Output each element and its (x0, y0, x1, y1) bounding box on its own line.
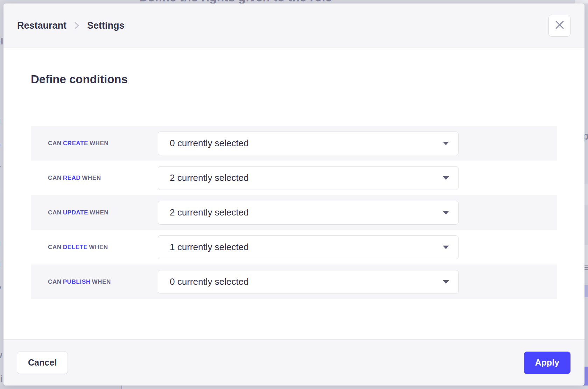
conditions-select-read[interactable]: 2 currently selected (158, 166, 458, 190)
modal-footer: Cancel Apply (4, 339, 584, 386)
modal-body: Define conditions CANCREATEWHEN 0 curren… (4, 48, 584, 339)
condition-row-update: CANUPDATEWHEN 2 currently selected (31, 195, 557, 230)
screen: Define the rights given to the role ol g… (0, 0, 588, 389)
label-action: DELETE (63, 244, 88, 250)
page-title: Define conditions (31, 72, 557, 86)
condition-label: CANDELETEWHEN (48, 244, 158, 251)
condition-row-delete: CANDELETEWHEN 1 currently selected (31, 230, 557, 264)
label-suffix: WHEN (90, 209, 108, 216)
condition-label: CANCREATEWHEN (48, 140, 158, 147)
select-value: 0 currently selected (170, 276, 248, 287)
background-text-fragment: g (0, 115, 1, 126)
background-divider (121, 386, 122, 389)
label-suffix: WHEN (89, 244, 108, 250)
condition-label: CANUPDATEWHEN (48, 209, 158, 216)
label-action: UPDATE (63, 209, 88, 216)
define-conditions-modal: Restaurant Settings Define conditions CA… (4, 3, 584, 386)
breadcrumb-item-restaurant: Restaurant (17, 20, 66, 31)
conditions-list: CANCREATEWHEN 0 currently selected CANRE… (31, 126, 557, 299)
breadcrumb-item-settings: Settings (87, 20, 125, 31)
background-left-edge: ol g o T e r u ti P e w ai (0, 0, 4, 389)
conditions-select-update[interactable]: 2 currently selected (158, 201, 458, 225)
chevron-down-icon (443, 142, 449, 145)
background-text-fragment: ol (0, 36, 3, 47)
select-value: 2 currently selected (170, 207, 248, 218)
background-text-fragment: T (0, 164, 1, 175)
background-right-edge: p ≡ (584, 0, 588, 389)
breadcrumb: Restaurant Settings (17, 20, 125, 31)
label-suffix: WHEN (90, 140, 108, 147)
label-prefix: CAN (48, 278, 62, 285)
apply-button[interactable]: Apply (524, 352, 570, 374)
background-text-fragment: o (0, 139, 1, 150)
conditions-select-create[interactable]: 0 currently selected (158, 132, 458, 155)
chevron-right-icon (74, 21, 79, 30)
chevron-down-icon (443, 246, 449, 249)
divider (31, 108, 557, 108)
select-value: 1 currently selected (170, 242, 248, 253)
label-prefix: CAN (48, 244, 62, 250)
condition-label: CANREADWHEN (48, 175, 158, 182)
conditions-select-publish[interactable]: 0 currently selected (158, 270, 458, 294)
background-band (0, 386, 121, 389)
condition-label: CANPUBLISHWHEN (48, 278, 158, 285)
select-value: 0 currently selected (170, 138, 248, 149)
chevron-down-icon (443, 176, 449, 180)
background-text-fragment: p (584, 130, 588, 142)
background-text-fragment: ≡ (584, 262, 588, 274)
background-text-fragment: P (0, 283, 1, 294)
background-band (584, 285, 588, 297)
background-text-fragment: u (0, 238, 1, 249)
label-prefix: CAN (48, 175, 62, 181)
close-button[interactable] (548, 15, 570, 37)
chevron-down-icon (443, 211, 449, 214)
condition-row-publish: CANPUBLISHWHEN 0 currently selected (31, 264, 557, 299)
label-suffix: WHEN (82, 175, 101, 181)
condition-row-create: CANCREATEWHEN 0 currently selected (31, 126, 557, 161)
label-prefix: CAN (48, 140, 62, 147)
chevron-down-icon (443, 280, 449, 284)
conditions-select-delete[interactable]: 1 currently selected (158, 235, 458, 259)
condition-row-read: CANREADWHEN 2 currently selected (31, 161, 557, 195)
background-text-fragment: ti (0, 259, 1, 270)
modal-header: Restaurant Settings (4, 3, 584, 48)
cancel-button[interactable]: Cancel (17, 352, 68, 374)
background-bottom-edge (0, 386, 588, 389)
label-action: PUBLISH (63, 278, 91, 285)
background-text-fragment: ai (0, 374, 3, 384)
label-action: CREATE (63, 140, 88, 147)
label-suffix: WHEN (92, 278, 111, 285)
label-action: READ (63, 175, 81, 181)
select-value: 2 currently selected (170, 172, 248, 183)
label-prefix: CAN (48, 209, 62, 216)
background-text-fragment: w (0, 350, 2, 361)
background-band (584, 184, 588, 205)
close-icon (555, 20, 564, 31)
